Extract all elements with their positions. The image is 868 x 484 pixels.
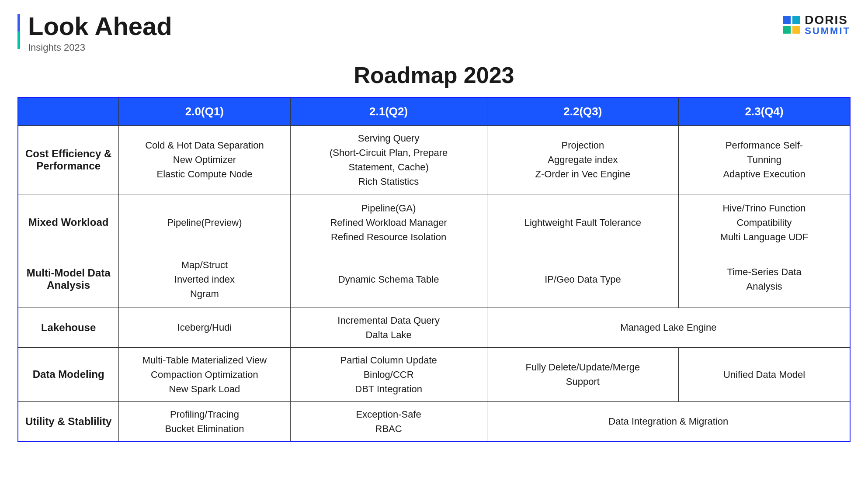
- cell-mixed-q3: Lightweight Fault Tolerance: [487, 194, 678, 251]
- table-row: Utility & Stablility Profiling/TracingBu…: [18, 401, 850, 442]
- logo-sq-2: [792, 16, 800, 24]
- title-text-block: Look Ahead Insights 2023: [28, 12, 172, 53]
- cell-mixed-q4: Hive/Trino FunctionCompatibilityMulti La…: [679, 194, 850, 251]
- row-label-mixed: Mixed Workload: [18, 194, 119, 251]
- cell-lakehouse-q1: Iceberg/Hudi: [119, 308, 290, 347]
- cell-utility-q1: Profiling/TracingBucket Elimination: [119, 401, 290, 442]
- table-row: Mixed Workload Pipeline(Preview) Pipelin…: [18, 194, 850, 251]
- row-label-utility: Utility & Stablility: [18, 401, 119, 442]
- header-q1: 2.0(Q1): [119, 97, 290, 126]
- table-row: Data Modeling Multi-Table Materialized V…: [18, 347, 850, 401]
- table-row: Multi-Model DataAnalysis Map/StructInver…: [18, 251, 850, 308]
- logo-sq-4: [792, 26, 800, 34]
- cell-utility-q2: Exception-SafeRBAC: [290, 401, 487, 442]
- logo-doris: DORIS: [805, 14, 851, 26]
- cell-lakehouse-q2: Incremental Data QueryDalta Lake: [290, 308, 487, 347]
- cell-datamod-q3: Fully Delete/Update/MergeSupport: [487, 347, 678, 401]
- header: Look Ahead Insights 2023 DORIS SUMMIT: [0, 0, 868, 53]
- cell-lakehouse-q3q4: Managed Lake Engine: [487, 308, 850, 347]
- page-subtitle: Insights 2023: [28, 42, 172, 53]
- cell-utility-q3q4: Data Integration & Migration: [487, 401, 850, 442]
- table-row: Lakehouse Iceberg/Hudi Incremental Data …: [18, 308, 850, 347]
- logo-sq-1: [783, 16, 791, 24]
- logo-block: DORIS SUMMIT: [783, 14, 851, 36]
- header-label-col: [18, 97, 119, 126]
- header-q2: 2.1(Q2): [290, 97, 487, 126]
- title-bar-decoration: [17, 14, 20, 49]
- logo-summit: SUMMIT: [805, 26, 851, 36]
- row-label-lakehouse: Lakehouse: [18, 308, 119, 347]
- roadmap-title: Roadmap 2023: [17, 62, 851, 88]
- logo-squares: [783, 16, 800, 34]
- cell-mixed-q2: Pipeline(GA)Refined Workload ManagerRefi…: [290, 194, 487, 251]
- cell-datamod-q2: Partial Column UpdateBinlog/CCRDBT Integ…: [290, 347, 487, 401]
- table-row: Cost Efficiency &Performance Cold & Hot …: [18, 125, 850, 194]
- cell-cost-q2: Serving Query(Short-Circuit Plan, Prepar…: [290, 125, 487, 194]
- page-title: Look Ahead: [28, 12, 172, 40]
- cell-multi-q3: IP/Geo Data Type: [487, 251, 678, 308]
- row-label-cost: Cost Efficiency &Performance: [18, 125, 119, 194]
- roadmap-table: 2.0(Q1) 2.1(Q2) 2.2(Q3) 2.3(Q4) Cost Eff…: [17, 97, 851, 442]
- cell-multi-q1: Map/StructInverted indexNgram: [119, 251, 290, 308]
- row-label-multi: Multi-Model DataAnalysis: [18, 251, 119, 308]
- cell-cost-q1: Cold & Hot Data SeparationNew OptimizerE…: [119, 125, 290, 194]
- cell-datamod-q4: Unified Data Model: [679, 347, 850, 401]
- row-label-datamod: Data Modeling: [18, 347, 119, 401]
- header-q4: 2.3(Q4): [679, 97, 850, 126]
- table-header-row: 2.0(Q1) 2.1(Q2) 2.2(Q3) 2.3(Q4): [18, 97, 850, 126]
- cell-cost-q3: ProjectionAggregate indexZ-Order in Vec …: [487, 125, 678, 194]
- cell-multi-q2: Dynamic Schema Table: [290, 251, 487, 308]
- cell-mixed-q1: Pipeline(Preview): [119, 194, 290, 251]
- header-q3: 2.2(Q3): [487, 97, 678, 126]
- cell-cost-q4: Performance Self-TunningAdaptive Executi…: [679, 125, 850, 194]
- cell-multi-q4: Time-Series DataAnalysis: [679, 251, 850, 308]
- title-block: Look Ahead Insights 2023: [17, 12, 172, 53]
- cell-datamod-q1: Multi-Table Materialized ViewCompaction …: [119, 347, 290, 401]
- logo-text: DORIS SUMMIT: [805, 14, 851, 36]
- logo-sq-3: [783, 26, 791, 34]
- roadmap-section: Roadmap 2023 2.0(Q1) 2.1(Q2) 2.2(Q3) 2.3…: [0, 53, 868, 442]
